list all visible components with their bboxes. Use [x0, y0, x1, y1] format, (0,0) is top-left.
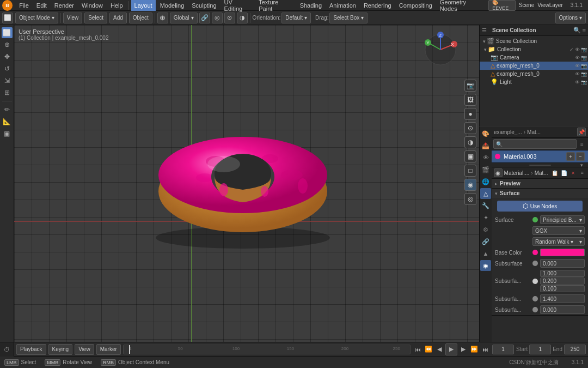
subsurface-value[interactable]: 0.000: [540, 259, 585, 268]
material-list-item[interactable]: Material.003 + −: [492, 150, 588, 163]
props-tab-material[interactable]: ◉: [480, 260, 491, 271]
orientation-btn[interactable]: Default▾: [281, 13, 311, 23]
playback-btn[interactable]: Playback: [16, 344, 46, 355]
outliner-filter-btn[interactable]: 🔍: [573, 27, 581, 34]
mat-copy-btn[interactable]: 📋: [552, 169, 559, 177]
sculpt-icon[interactable]: ⊙: [224, 13, 235, 23]
select-menu[interactable]: Select: [84, 13, 107, 23]
add-menu[interactable]: Add: [109, 13, 127, 23]
viewport-gizmo[interactable]: X Y Z: [421, 31, 460, 69]
menu-render[interactable]: Render: [51, 0, 77, 11]
prev-keyframe-btn[interactable]: ◀: [434, 345, 444, 354]
menu-file[interactable]: File: [16, 0, 32, 11]
measure-tool[interactable]: 📐: [2, 116, 13, 127]
props-tab-output[interactable]: 📤: [480, 140, 491, 151]
tree-collection[interactable]: ▾ 📁 Collection ✓ 👁 📷: [480, 45, 588, 53]
mat-minus-btn[interactable]: −: [576, 152, 585, 161]
scale-tool[interactable]: ⇲: [2, 75, 13, 86]
props-pin-icon[interactable]: 📌: [577, 128, 586, 136]
subsurfa-val-0[interactable]: 1.000: [540, 270, 585, 277]
select-tool[interactable]: ⬜: [2, 27, 13, 38]
tab-compositing[interactable]: Compositing: [396, 0, 436, 11]
transform-dropdown[interactable]: Global▾: [170, 13, 198, 23]
light-eye-icon[interactable]: 👁: [575, 80, 580, 85]
start-frame[interactable]: 1: [529, 345, 551, 354]
tree-camera[interactable]: 📷 Camera 👁 📷: [480, 53, 588, 62]
mesh0-render-icon[interactable]: 📷: [581, 63, 587, 69]
surface-header[interactable]: ▾ Surface: [492, 189, 588, 198]
filter-icon[interactable]: ≡: [578, 140, 586, 148]
drag-btn[interactable]: Select Box▾: [329, 13, 367, 23]
tab-rendering[interactable]: Rendering: [360, 0, 395, 11]
tab-modeling[interactable]: Modeling: [157, 0, 188, 11]
mat-scroll-arrow[interactable]: ▾: [577, 161, 586, 170]
marker-btn[interactable]: Marker: [96, 344, 121, 355]
camera-view-btn[interactable]: 📷: [464, 80, 476, 92]
view-menu[interactable]: View: [63, 13, 83, 23]
base-color-swatch[interactable]: [540, 249, 585, 256]
tab-shading[interactable]: Shading: [297, 0, 325, 11]
outliner-menu-btn[interactable]: ≡: [583, 27, 586, 34]
subsurfa2-value[interactable]: 1.400: [540, 294, 585, 303]
object-mode-btn[interactable]: Object Mode ▾: [15, 13, 58, 23]
tree-mesh-0[interactable]: △ example_mesh_0 👁 📷: [480, 62, 588, 70]
xray-btn[interactable]: ◑: [464, 136, 476, 148]
mesh1-eye-icon[interactable]: 👁: [575, 71, 580, 77]
shading-mat-btn[interactable]: ◉: [464, 179, 476, 191]
snap-icon[interactable]: 🔗: [199, 13, 210, 23]
principled-bsdf-dropdown[interactable]: Principled B... ▾: [540, 215, 585, 224]
preview-header[interactable]: ▸ Preview: [492, 179, 588, 188]
render-btn[interactable]: 🖼: [464, 94, 476, 106]
use-nodes-btn[interactable]: ⬡ Use Nodes: [497, 201, 583, 212]
mat-x-btn[interactable]: ×: [569, 169, 577, 177]
menu-help[interactable]: Help: [107, 0, 126, 11]
move-tool[interactable]: ✥: [2, 51, 13, 62]
shading-render-btn[interactable]: ◎: [464, 193, 476, 205]
tab-geometry-nodes[interactable]: Geometry Nodes: [437, 0, 487, 11]
tab-animation[interactable]: Animation: [326, 0, 359, 11]
subsurfa3-value[interactable]: 0.000: [540, 305, 585, 314]
tree-scene-collection[interactable]: ▾ 🎬 Scene Collection: [480, 37, 588, 45]
prev-frame-btn[interactable]: ⏪: [424, 345, 433, 354]
object-menu[interactable]: Object: [129, 13, 152, 23]
mesh0-eye-icon[interactable]: 👁: [575, 63, 580, 69]
next-frame-btn[interactable]: ⏩: [469, 345, 479, 354]
jump-end-btn[interactable]: ⏭: [480, 345, 490, 354]
blender-logo[interactable]: B: [2, 0, 13, 11]
menu-edit[interactable]: Edit: [33, 0, 50, 11]
subsurfa-val-1[interactable]: 0.200: [540, 277, 585, 285]
cam-render-icon[interactable]: 📷: [581, 55, 587, 61]
mat-funnel-btn[interactable]: ≡: [578, 169, 586, 177]
props-tab-constraints[interactable]: 🔗: [480, 236, 491, 247]
props-tab-scene[interactable]: 🎬: [480, 164, 491, 175]
props-tab-object[interactable]: △: [480, 188, 491, 199]
menu-window[interactable]: Window: [78, 0, 106, 11]
props-tab-render[interactable]: 🎨: [480, 128, 491, 139]
cam-eye-icon[interactable]: 👁: [575, 55, 580, 61]
mat-plus-btn[interactable]: +: [566, 152, 575, 161]
rotate-tool[interactable]: ↺: [2, 63, 13, 74]
tree-light[interactable]: 💡 Light 👁 📷: [480, 78, 588, 86]
light-render-icon[interactable]: 📷: [581, 80, 587, 85]
viewport-icon[interactable]: ⬜: [2, 13, 13, 23]
keying-btn[interactable]: Keying: [48, 344, 73, 355]
options-btn[interactable]: Options ▾: [555, 13, 586, 23]
mat-paste-btn[interactable]: 📄: [560, 169, 568, 177]
tab-sculpting[interactable]: Sculpting: [188, 0, 219, 11]
props-tab-data[interactable]: ▲: [480, 248, 491, 259]
props-tab-particles[interactable]: ✦: [480, 212, 491, 223]
collection-eye-icon[interactable]: 👁: [575, 47, 580, 52]
subsurfa-val-2[interactable]: 0.100: [540, 285, 585, 292]
shading-wire-btn[interactable]: □: [464, 165, 476, 177]
vis-icon[interactable]: ◑: [237, 13, 248, 23]
cursor-tool[interactable]: ⊕: [2, 39, 13, 50]
play-btn[interactable]: ▶: [445, 343, 457, 355]
ggx-dropdown[interactable]: GGX ▾: [532, 226, 585, 235]
view-btn[interactable]: View: [75, 344, 94, 355]
engine-selector[interactable]: 🎨 EEVEE: [488, 0, 516, 11]
collection-render-icon[interactable]: 📷: [581, 47, 587, 52]
transform-tool[interactable]: ⊞: [2, 87, 13, 98]
tab-layout[interactable]: Layout: [131, 0, 156, 11]
cursor-icon[interactable]: ⊕: [157, 13, 168, 23]
add-cube-tool[interactable]: ▣: [2, 128, 13, 139]
